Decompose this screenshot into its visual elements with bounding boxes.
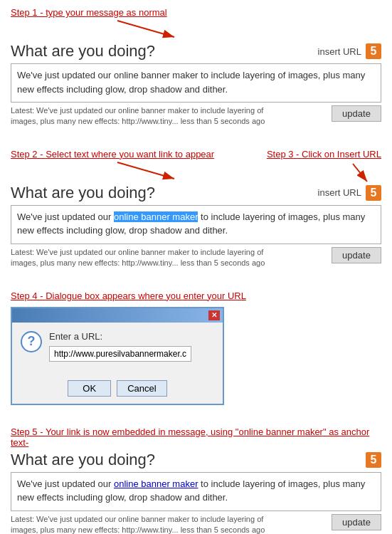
step2-message-box[interactable]: We've just updated our online banner mak… [11,205,381,244]
step1-message-text: We've just updated our online banner mak… [17,70,365,95]
step5-update-button[interactable]: update [332,514,381,530]
dialog-body: ? Enter a URL: [12,323,223,370]
step1-label: Step 1 - type your message as normal [11,7,167,18]
step1-latest-bar: Latest: We've just updated our online ba… [11,105,381,127]
step4-label: Step 4 - Dialogue box appears where you … [11,290,246,301]
step2-title: What are you doing? [11,184,155,202]
step5-anchor-link[interactable]: online banner maker [114,478,198,489]
dialog-url-input[interactable] [49,346,191,362]
step5-badge: 5 [366,452,381,468]
step1-title: What are you doing? [11,42,155,61]
step5-message-box[interactable]: We've just updated our online banner mak… [11,472,381,511]
step1-message-box[interactable]: We've just updated our online banner mak… [11,63,381,103]
dialog-box: ✕ ? Enter a URL: OK Cancel [11,307,224,405]
step4-section: Step 4 - Dialogue box appears where you … [11,290,381,405]
step5-badge-area: 5 [366,452,381,468]
step5-header: What are you doing? 5 [11,451,381,469]
step5-latest-text: Latest: We've just updated our online ba… [11,514,274,534]
dialog-cancel-button[interactable]: Cancel [117,380,166,397]
svg-line-5 [117,162,174,179]
step1-latest-text: Latest: We've just updated our online ba… [11,105,274,127]
dialog-close-button[interactable]: ✕ [208,310,220,320]
step1-insert-url-link[interactable]: insert URL [318,46,361,57]
step5-section: Step 5 - Your link is now embedded in me… [11,426,381,534]
step2-message-before: We've just updated our [17,211,114,222]
dialog-prompt-label: Enter a URL: [49,331,214,342]
dialog-question-icon: ? [21,331,42,352]
step1-insert-url-area: insert URL 5 [318,43,381,59]
dialog-titlebar: ✕ [12,308,223,323]
step2-latest-text: Latest: We've just updated our online ba… [11,247,274,269]
step1-arrow [110,17,253,42]
step1-header: What are you doing? insert URL 5 [11,42,381,61]
step5-title: What are you doing? [11,451,155,469]
step2-insert-url-link[interactable]: insert URL [318,187,361,198]
step1-section: Step 1 - type your message as normal Wha… [11,7,381,127]
step2-section: Step 2 - Select text where you want link… [11,149,381,269]
step5-latest-bar: Latest: We've just updated our online ba… [11,514,381,534]
step2-arrow [110,159,253,184]
step3-label: Step 3 - Click on Insert URL [267,149,381,159]
step2-latest-bar: Latest: We've just updated our online ba… [11,247,381,269]
dialog-content: Enter a URL: [49,331,214,362]
step2-label: Step 2 - Select text where you want link… [11,149,214,159]
step5-label: Step 5 - Your link is now embedded in me… [11,426,369,448]
step2-highlighted-text: online banner maker [114,211,198,222]
step5-message-before: We've just updated our [17,478,114,489]
step1-badge: 5 [366,43,381,59]
step1-update-button[interactable]: update [332,105,381,122]
step2-update-button[interactable]: update [332,247,381,263]
dialog-buttons: OK Cancel [12,376,223,404]
svg-line-1 [117,21,174,37]
dialog-ok-button[interactable]: OK [68,380,111,397]
